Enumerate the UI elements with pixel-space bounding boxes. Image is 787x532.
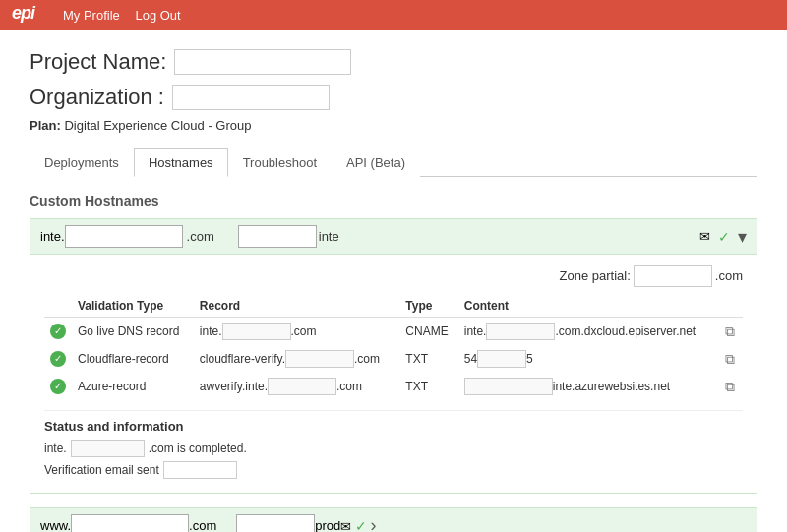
www-domain-suffix: .com [189, 518, 216, 532]
inte-hostname-bar: inte. .com inte ✉ ✓ ▾ [30, 218, 757, 255]
www-domain-input[interactable] [71, 514, 189, 532]
verify-label: Verification email sent [44, 463, 159, 477]
org-row: Organization : [30, 85, 757, 110]
zone-partial-label: Zone partial: [560, 268, 631, 283]
logo-icon: epi [12, 3, 47, 28]
inte-prefix: inte. [40, 229, 65, 244]
inte-env-suffix: inte [319, 229, 339, 244]
record-input-2[interactable] [285, 350, 354, 368]
main-content: Project Name: Organization : Plan: Digit… [0, 30, 787, 532]
header: epi My Profile Log Out [0, 0, 787, 30]
tab-api-beta[interactable]: API (Beta) [332, 148, 420, 177]
status-line-2: Verification email sent [44, 461, 743, 479]
status-ok-icon: ✓ [50, 324, 66, 339]
custom-hostnames-section: Custom Hostnames inte. .com inte ✉ ✓ ▾ Z… [30, 193, 757, 532]
copy-icon-2[interactable]: ⧉ [725, 351, 735, 367]
content-cell: 545 [458, 345, 720, 373]
col-validation-type: Validation Type [72, 295, 194, 318]
www-hostname-bar: www. .com prod ✉ ✓ › [30, 507, 757, 532]
col-record: Record [194, 295, 399, 318]
project-name-label: Project Name: [30, 49, 166, 75]
content-cell: inte..com.dxcloud.episerver.net [458, 318, 720, 346]
plan-label: Plan: [30, 118, 61, 133]
plan-row: Plan: Digital Experience Cloud - Group [30, 118, 757, 133]
status-suffix: .com is completed. [149, 442, 247, 455]
col-content: Content [458, 295, 720, 318]
chevron-down-icon[interactable]: ▾ [738, 226, 747, 248]
chevron-right-icon[interactable]: › [371, 515, 377, 532]
status-input-1[interactable] [71, 440, 145, 457]
www-env-suffix: prod [315, 518, 340, 532]
type-cell: TXT [399, 345, 457, 373]
mail-icon-2: ✉ [340, 519, 351, 532]
verify-email-input[interactable] [163, 461, 237, 479]
inte-bar-icons: ✉ ✓ ▾ [699, 226, 747, 248]
zone-partial-input[interactable] [634, 265, 712, 287]
col-status [44, 295, 72, 318]
validation-type-cell: Cloudflare-record [72, 345, 194, 373]
validation-type-cell: Go live DNS record [72, 318, 194, 346]
tabs: Deployments Hostnames Troubleshoot API (… [30, 148, 757, 177]
content-input-3[interactable] [464, 378, 553, 395]
tab-troubleshoot[interactable]: Troubleshoot [228, 148, 332, 177]
records-table: Validation Type Record Type Content ✓ Go… [44, 295, 743, 400]
check-icon-2: ✓ [355, 518, 367, 532]
tab-hostnames[interactable]: Hostnames [134, 148, 228, 177]
zone-partial-suffix: .com [715, 268, 743, 283]
header-nav: My Profile Log Out [63, 8, 193, 23]
validation-type-cell: Azure-record [72, 373, 194, 400]
my-profile-link[interactable]: My Profile [63, 8, 120, 23]
section-title: Custom Hostnames [30, 193, 757, 208]
project-name-input[interactable] [174, 49, 351, 75]
record-input-3[interactable] [268, 378, 336, 395]
project-name-row: Project Name: [30, 49, 757, 75]
inte-domain-input[interactable] [65, 225, 183, 248]
type-cell: TXT [399, 373, 457, 400]
tab-deployments[interactable]: Deployments [30, 148, 134, 177]
content-cell: inte.azurewebsites.net [458, 373, 720, 400]
log-out-link[interactable]: Log Out [135, 8, 180, 23]
mail-icon: ✉ [699, 229, 710, 244]
inte-hostname-detail: Zone partial: .com Validation Type Recor… [30, 255, 757, 494]
plan-value: Digital Experience Cloud - Group [64, 118, 251, 133]
table-row: ✓ Azure-record awverify.inte..com TXT in… [44, 373, 743, 400]
record-cell: inte..com [194, 318, 399, 346]
content-input-2[interactable] [477, 350, 526, 368]
record-cell: awverify.inte..com [194, 373, 399, 400]
table-row: ✓ Go live DNS record inte..com CNAME int… [44, 318, 743, 346]
status-line-1: inte. .com is completed. [44, 440, 743, 457]
inte-domain-suffix: .com [187, 229, 214, 244]
copy-icon-3[interactable]: ⧉ [725, 379, 735, 394]
inte-env-input[interactable] [238, 225, 317, 248]
status-title: Status and information [44, 419, 743, 434]
status-ok-icon: ✓ [50, 379, 66, 394]
col-type: Type [399, 295, 457, 318]
status-prefix: inte. [44, 442, 67, 455]
org-input[interactable] [172, 85, 330, 110]
zone-partial-row: Zone partial: .com [44, 265, 743, 287]
svg-text:epi: epi [12, 3, 36, 23]
org-label: Organization : [30, 85, 164, 110]
content-input-1[interactable] [486, 323, 555, 340]
status-section: Status and information inte. .com is com… [44, 410, 743, 479]
status-ok-icon: ✓ [50, 351, 66, 367]
copy-icon-1[interactable]: ⧉ [725, 324, 735, 339]
record-cell: cloudflare-verify..com [194, 345, 399, 373]
check-icon: ✓ [718, 229, 730, 245]
type-cell: CNAME [399, 318, 457, 346]
www-bar-icons: ✉ ✓ › [340, 515, 376, 532]
col-copy [719, 295, 743, 318]
www-prefix: www. [40, 518, 71, 532]
table-row: ✓ Cloudflare-record cloudflare-verify..c… [44, 345, 743, 373]
www-env-input[interactable] [236, 514, 315, 532]
record-input-1[interactable] [222, 323, 291, 340]
